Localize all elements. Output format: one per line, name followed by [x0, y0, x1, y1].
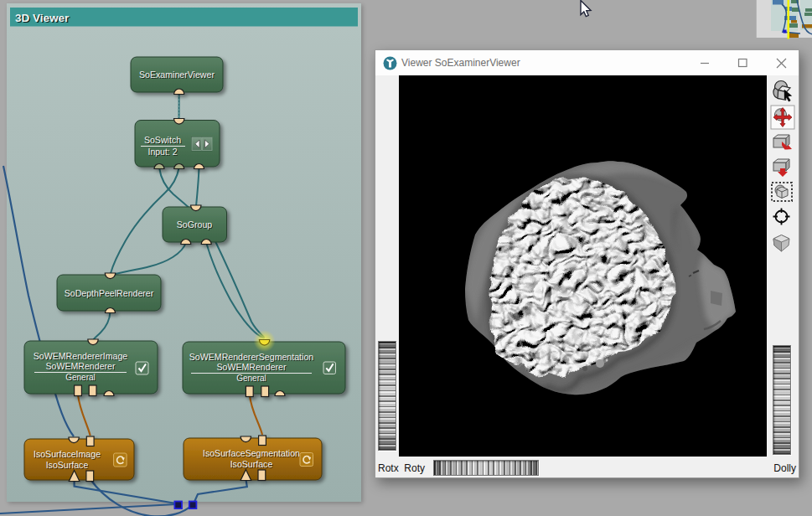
- svg-text:SoExaminerViewer: SoExaminerViewer: [139, 70, 215, 80]
- svg-text:3D Viewer: 3D Viewer: [15, 12, 70, 24]
- svg-text:IsoSurface: IsoSurface: [230, 459, 273, 469]
- svg-text:General: General: [236, 374, 266, 383]
- svg-text:SoGroup: SoGroup: [177, 219, 213, 230]
- svg-text:General: General: [65, 373, 96, 382]
- svg-text:SoWEMRendererSegmentation: SoWEMRendererSegmentation: [189, 352, 313, 362]
- svg-text:SoWEMRendererImage: SoWEMRendererImage: [34, 351, 128, 361]
- svg-text:IsoSurface: IsoSurface: [46, 460, 89, 470]
- svg-text:SoDepthPeelRenderer: SoDepthPeelRenderer: [65, 288, 154, 298]
- svg-text:Input: 2: Input: 2: [147, 147, 177, 157]
- svg-text:IsoSurfaceImage: IsoSurfaceImage: [34, 449, 101, 459]
- svg-text:SoWEMRenderer: SoWEMRenderer: [45, 361, 115, 371]
- svg-text:IsoSurfaceSegmentation: IsoSurfaceSegmentation: [203, 448, 300, 458]
- svg-text:SoWEMRenderer: SoWEMRenderer: [216, 362, 286, 372]
- svg-text:SoSwitch: SoSwitch: [144, 135, 181, 145]
